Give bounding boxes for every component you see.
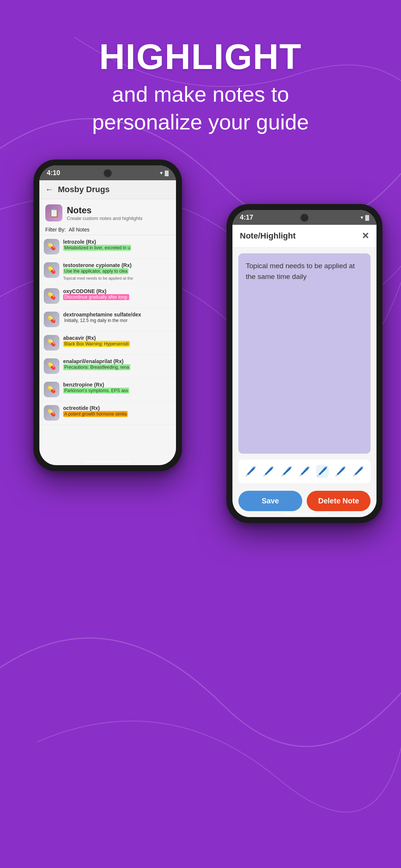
purple-highlighter[interactable]: 🖊️ bbox=[334, 465, 346, 478]
drug-icon: 💊 bbox=[44, 335, 59, 351]
drug-item-abacavir[interactable]: 💊 abacavir (Rx) Black Box Warning: Hyper… bbox=[39, 331, 176, 355]
hero-subtitle: and make notes topersonalize your guide bbox=[22, 80, 379, 136]
drug-note: Use the applicator, apply to clea bbox=[63, 268, 128, 274]
phone-left-frame: 4:10 ▾ ▓ ← Mosby Drugs 📋 Notes Cre bbox=[33, 160, 182, 471]
drug-info: letrozole (Rx) Metabolized in liver, exc… bbox=[63, 239, 172, 252]
note-actions: Save Delete Note bbox=[232, 485, 376, 517]
drug-item-enalapril[interactable]: 💊 enalapril/enalaprilat (Rx) Precautions… bbox=[39, 355, 176, 378]
drug-info: benztropine (Rx) Parkinson's symptoms, E… bbox=[63, 382, 172, 395]
phone-left-camera bbox=[104, 169, 112, 177]
drug-list: 💊 letrozole (Rx) Metabolized in liver, e… bbox=[39, 235, 176, 425]
notes-title: Notes bbox=[67, 205, 143, 216]
drug-note: Discontinue gradually after long- bbox=[63, 294, 129, 300]
wifi-icon: ▾ bbox=[361, 214, 363, 220]
note-content-area[interactable]: Topical med needs to be applied at the s… bbox=[238, 253, 371, 454]
drug-note: Parkinson's symptoms, EPS ass bbox=[63, 388, 129, 394]
drug-note: A potent growth hormone simila bbox=[63, 411, 128, 417]
drug-info: oxyCODONE (Rx) Discontinue gradually aft… bbox=[63, 288, 172, 302]
right-status-icons: ▾ ▓ bbox=[361, 214, 369, 220]
drug-icon: 💊 bbox=[44, 405, 59, 421]
note-header: Note/Highlight ✕ bbox=[232, 225, 376, 247]
drug-note2: Topical med needs to be applied at the bbox=[63, 276, 172, 280]
hero-title: HIGHLIGHT bbox=[22, 37, 379, 76]
drug-info: dextroamphetamine sulfate/dex Initially,… bbox=[63, 312, 172, 325]
hero-section: HIGHLIGHT and make notes topersonalize y… bbox=[0, 37, 401, 136]
drug-note: Initially, 12.5 mg daily in the mor bbox=[63, 318, 129, 323]
drug-name: enalapril/enalaprilat (Rx) bbox=[63, 358, 172, 364]
yellow-highlighter[interactable]: 🖊️ bbox=[262, 465, 275, 478]
right-status-time: 4:17 bbox=[240, 214, 253, 221]
drug-icon: 💊 bbox=[44, 262, 59, 278]
app-header: ← Mosby Drugs bbox=[39, 180, 176, 199]
drug-item-benztropine[interactable]: 💊 benztropine (Rx) Parkinson's symptoms,… bbox=[39, 378, 176, 401]
phone-right: 4:17 ▾ ▓ Note/Highlight ✕ Topical med ne… bbox=[226, 204, 382, 523]
drug-info: octreotide (Rx) A potent growth hormone … bbox=[63, 405, 172, 418]
drug-name: oxyCODONE (Rx) bbox=[63, 288, 172, 294]
battery-icon: ▓ bbox=[165, 170, 169, 176]
drug-name: octreotide (Rx) bbox=[63, 405, 172, 411]
phone-right-frame: 4:17 ▾ ▓ Note/Highlight ✕ Topical med ne… bbox=[226, 204, 382, 523]
drug-item-dextro[interactable]: 💊 dextroamphetamine sulfate/dex Initiall… bbox=[39, 308, 176, 331]
drug-item-testosterone[interactable]: 💊 testosterone cypionate (Rx) Use the ap… bbox=[39, 259, 176, 285]
left-status-time: 4:10 bbox=[47, 169, 60, 177]
drug-icon: 💊 bbox=[44, 358, 59, 374]
filter-bar: Filter By: All Notes bbox=[39, 224, 176, 235]
delete-note-button[interactable]: Delete Note bbox=[307, 491, 371, 511]
phones-container: 4:10 ▾ ▓ ← Mosby Drugs 📋 Notes Cre bbox=[0, 160, 401, 479]
highlight-tools: 🖊️ 🖊️ 🖊️ 🖊️ 🖊️ 🖊️ 🖊️ bbox=[238, 460, 371, 483]
red-highlighter[interactable]: 🖊️ bbox=[352, 465, 365, 478]
green-highlighter[interactable]: 🖊️ bbox=[280, 465, 293, 478]
notes-subtitle: Create custom notes and highlights bbox=[67, 216, 143, 221]
battery-icon: ▓ bbox=[365, 214, 369, 220]
home-bar-right bbox=[282, 513, 327, 515]
drug-item-octreotide[interactable]: 💊 octreotide (Rx) A potent growth hormon… bbox=[39, 401, 176, 425]
orange-highlighter[interactable]: 🖊️ bbox=[244, 465, 257, 478]
drug-info: enalapril/enalaprilat (Rx) Precautions: … bbox=[63, 358, 172, 372]
phone-left-screen: 4:10 ▾ ▓ ← Mosby Drugs 📋 Notes Cre bbox=[39, 165, 176, 465]
note-screen: 4:17 ▾ ▓ Note/Highlight ✕ Topical med ne… bbox=[232, 210, 376, 517]
left-status-icons: ▾ ▓ bbox=[160, 170, 169, 176]
app-title: Mosby Drugs bbox=[58, 185, 110, 194]
drug-info: testosterone cypionate (Rx) Use the appl… bbox=[63, 262, 172, 280]
drug-icon: 💊 bbox=[44, 239, 59, 254]
drug-note: Precautions: Breastfeeding, rena bbox=[63, 364, 130, 370]
drug-name: dextroamphetamine sulfate/dex bbox=[63, 312, 172, 318]
drug-icon: 💊 bbox=[44, 288, 59, 304]
drug-icon: 💊 bbox=[44, 312, 59, 327]
drug-name: testosterone cypionate (Rx) bbox=[63, 262, 172, 268]
drug-note: Black Box Warning: Hypersensiti bbox=[63, 341, 130, 347]
drug-name: benztropine (Rx) bbox=[63, 382, 172, 388]
notes-icon: 📋 bbox=[45, 204, 62, 221]
phone-right-screen: 4:17 ▾ ▓ Note/Highlight ✕ Topical med ne… bbox=[232, 210, 376, 517]
drug-name: letrozole (Rx) bbox=[63, 239, 172, 245]
drug-item-oxycodone[interactable]: 💊 oxyCODONE (Rx) Discontinue gradually a… bbox=[39, 285, 176, 308]
notes-title-group: Notes Create custom notes and highlights bbox=[67, 205, 143, 221]
filter-value[interactable]: All Notes bbox=[69, 227, 89, 233]
save-button[interactable]: Save bbox=[238, 491, 302, 511]
notes-header: 📋 Notes Create custom notes and highligh… bbox=[39, 199, 176, 224]
back-button[interactable]: ← bbox=[45, 185, 53, 194]
home-bar-left bbox=[85, 461, 130, 463]
drug-item-letrozole[interactable]: 💊 letrozole (Rx) Metabolized in liver, e… bbox=[39, 235, 176, 259]
note-text: Topical med needs to be applied at the s… bbox=[246, 261, 363, 282]
phone-left: 4:10 ▾ ▓ ← Mosby Drugs 📋 Notes Cre bbox=[33, 160, 182, 471]
phone-right-camera bbox=[300, 214, 309, 222]
filter-label: Filter By: bbox=[45, 227, 66, 233]
close-button[interactable]: ✕ bbox=[362, 231, 369, 241]
drug-icon: 💊 bbox=[44, 382, 59, 397]
wifi-icon: ▾ bbox=[160, 170, 163, 176]
note-header-title: Note/Highlight bbox=[240, 231, 296, 241]
blue-highlighter[interactable]: 🖊️ bbox=[316, 465, 329, 478]
drug-note: Metabolized in liver, excreted in u bbox=[63, 245, 131, 251]
drug-info: abacavir (Rx) Black Box Warning: Hyperse… bbox=[63, 335, 172, 348]
drug-name: abacavir (Rx) bbox=[63, 335, 172, 341]
pink-marker[interactable]: 🖊️ bbox=[298, 465, 311, 478]
